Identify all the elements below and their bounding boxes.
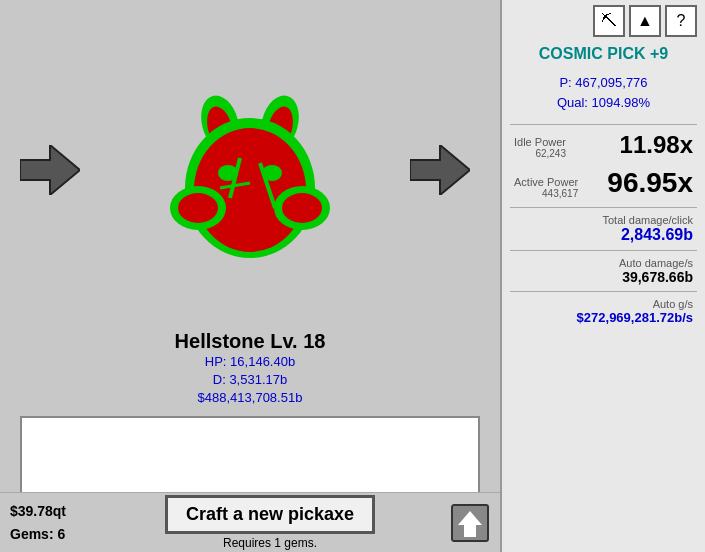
- svg-point-8: [178, 193, 218, 223]
- prestige-button[interactable]: [450, 503, 490, 543]
- total-damage-value: 2,843.69b: [514, 226, 693, 244]
- idle-power-label: Idle Power 62,243: [514, 136, 566, 159]
- monster-d: D: 3,531.17b: [0, 371, 500, 389]
- craft-requires: Requires 1 gems.: [223, 536, 317, 550]
- left-panel: Hellstone Lv. 18 HP: 16,146.40b D: 3,531…: [0, 0, 500, 552]
- next-monster-button[interactable]: [410, 145, 470, 195]
- p-qual-block: P: 467,095,776 Qual: 1094.98%: [510, 73, 697, 112]
- svg-point-15: [262, 165, 282, 181]
- idle-power-row: Idle Power 62,243 11.98x: [510, 131, 697, 159]
- total-damage-label: Total damage/click: [514, 214, 693, 226]
- svg-marker-0: [20, 145, 80, 195]
- right-panel: ⛏ ▲ ? COSMIC PICK +9 P: 467,095,776 Qual…: [500, 0, 705, 552]
- divider-3: [510, 250, 697, 251]
- divider-1: [510, 124, 697, 125]
- active-power-label: Active Power 443,617: [514, 176, 578, 199]
- bottom-money: $39.78qt Gems: 6: [10, 500, 100, 545]
- pickaxe-icon-button[interactable]: ⛏: [593, 5, 625, 37]
- pickaxe-icon: ⛏: [601, 12, 617, 30]
- top-icons: ⛏ ▲ ?: [510, 5, 697, 37]
- auto-damage-value: 39,678.66b: [514, 269, 693, 285]
- help-icon: ?: [677, 12, 686, 30]
- idle-power-value: 11.98x: [620, 131, 693, 159]
- monster-money: $488,413,708.51b: [0, 389, 500, 407]
- auto-g-row: Auto g/s $272,969,281.72b/s: [510, 298, 697, 325]
- money-value: $39.78qt: [10, 503, 66, 519]
- craft-button-area: Craft a new pickaxe Requires 1 gems.: [100, 495, 440, 550]
- prev-monster-button[interactable]: [20, 145, 80, 195]
- svg-point-14: [218, 165, 238, 181]
- gems-value: Gems: 6: [10, 526, 65, 542]
- divider-2: [510, 207, 697, 208]
- auto-g-value: $272,969,281.72b/s: [514, 310, 693, 325]
- main-container: Hellstone Lv. 18 HP: 16,146.40b D: 3,531…: [0, 0, 705, 552]
- monster-area: [0, 0, 500, 340]
- active-power-row: Active Power 443,617 96.95x: [510, 167, 697, 199]
- p-value: P: 467,095,776: [510, 73, 697, 93]
- svg-point-10: [282, 193, 322, 223]
- svg-marker-16: [410, 145, 470, 195]
- monster-hp: HP: 16,146.40b: [0, 353, 500, 371]
- help-icon-button[interactable]: ?: [665, 5, 697, 37]
- monster-info: Hellstone Lv. 18 HP: 16,146.40b D: 3,531…: [0, 330, 500, 408]
- active-power-value: 96.95x: [607, 167, 693, 199]
- auto-g-label: Auto g/s: [514, 298, 693, 310]
- bottom-bar: $39.78qt Gems: 6 Craft a new pickaxe Req…: [0, 492, 500, 552]
- monster-image: [160, 68, 340, 272]
- craft-pickaxe-button[interactable]: Craft a new pickaxe: [165, 495, 375, 534]
- divider-4: [510, 291, 697, 292]
- pick-name: COSMIC PICK +9: [510, 45, 697, 63]
- auto-damage-label: Auto damage/s: [514, 257, 693, 269]
- upload-icon-button[interactable]: ▲: [629, 5, 661, 37]
- qual-value: Qual: 1094.98%: [510, 93, 697, 113]
- upload-icon: ▲: [637, 12, 653, 30]
